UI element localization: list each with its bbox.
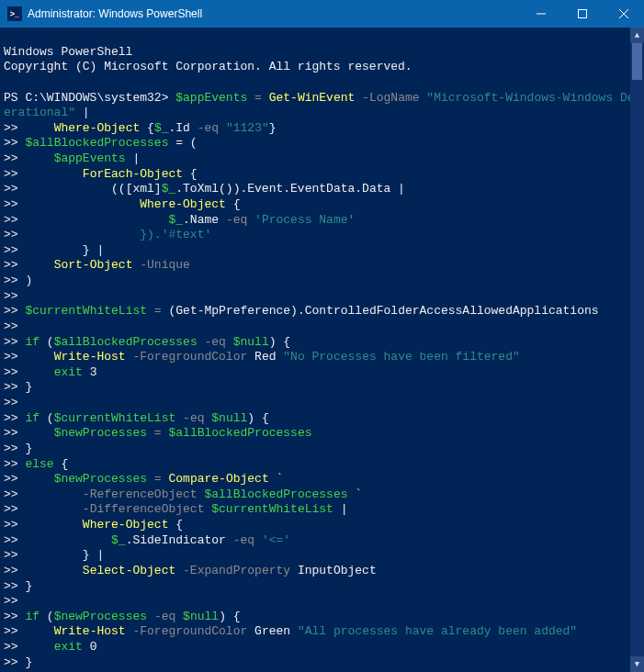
member: .ToXml()).Event.EventData.Data | <box>175 182 405 196</box>
continuation-prompt: >> <box>4 167 18 181</box>
string-literal: '<=' <box>262 533 290 547</box>
brace: } | <box>83 548 104 562</box>
expression: (Get-MpPreference) <box>168 304 297 318</box>
paren: = ( <box>175 136 197 150</box>
continuation-prompt: >> <box>4 289 18 303</box>
variable: $allBlockedProcesses <box>168 426 311 440</box>
continuation-char: ` <box>277 472 284 486</box>
operator: = <box>254 91 262 105</box>
pipe: | <box>83 106 90 119</box>
string-literal: "No Processes have been filtered" <box>283 350 519 364</box>
cmdlet: Compare-Object <box>168 472 268 486</box>
operator: -eq <box>233 533 254 547</box>
argument: InputObject <box>298 564 377 577</box>
close-button[interactable] <box>603 0 644 28</box>
continuation-prompt: >> <box>4 594 18 608</box>
variable: $currentWhiteList <box>54 411 176 425</box>
parameter: -ReferenceObject <box>83 487 198 501</box>
cmdlet: Write-Host <box>54 350 126 364</box>
prompt: PS C:\WINDOWS\system32> <box>4 91 175 105</box>
member: .ControlledFolderAccessAllowedApplicatio… <box>298 304 599 318</box>
parameter: -ExpandProperty <box>183 564 290 577</box>
operator: = <box>154 304 162 318</box>
continuation-prompt: >> <box>4 502 18 516</box>
variable: $newProcesses <box>54 426 147 440</box>
banner-line: Copyright (C) Microsoft Corporation. All… <box>4 60 412 73</box>
operator: -eq <box>183 411 204 425</box>
expression: (([xml] <box>111 182 162 196</box>
string-literal: 'Process Name' <box>254 213 355 227</box>
continuation-prompt: >> <box>4 564 18 577</box>
keyword: if <box>25 411 40 425</box>
brace: { <box>233 197 241 211</box>
scroll-up-button[interactable]: ▲ <box>630 28 644 43</box>
variable: $_ <box>168 213 183 227</box>
continuation-prompt: >> <box>4 487 18 501</box>
cmdlet: Select-Object <box>83 564 175 577</box>
keyword: if <box>25 610 40 623</box>
paren: ) <box>25 274 32 287</box>
minimize-button[interactable] <box>520 0 561 28</box>
continuation-prompt: >> <box>4 213 18 227</box>
operator: -eq <box>154 610 175 623</box>
brace: } <box>25 442 32 455</box>
continuation-prompt: >> <box>4 304 18 318</box>
cmdlet: Where-Object <box>83 518 169 532</box>
continuation-prompt: >> <box>4 579 18 593</box>
vertical-scrollbar[interactable]: ▲ ▼ <box>630 28 644 672</box>
cmdlet: ForEach-Object <box>83 167 183 181</box>
scroll-thumb[interactable] <box>632 43 642 80</box>
member: .Id <box>168 121 189 135</box>
scroll-track[interactable] <box>630 43 644 656</box>
cmdlet: Where-Object <box>54 121 141 135</box>
continuation-prompt: >> <box>4 610 18 623</box>
member: .SideIndicator <box>126 533 226 547</box>
continuation-prompt: >> <box>4 274 18 287</box>
window-title: Administrator: Windows PowerShell <box>28 7 202 20</box>
continuation-prompt: >> <box>4 243 18 257</box>
continuation-prompt: >> <box>4 396 18 409</box>
paren: ( <box>47 610 54 623</box>
keyword: else <box>25 457 53 471</box>
svg-rect-1 <box>578 10 586 18</box>
operator: = <box>154 472 162 486</box>
operator: = <box>154 426 162 440</box>
continuation-prompt: >> <box>4 365 18 379</box>
continuation-prompt: >> <box>4 533 18 547</box>
string-literal: "Microsoft-Windows-Windows Defender/Op <box>426 91 629 105</box>
brace: ) { <box>247 411 268 425</box>
continuation-prompt: >> <box>4 136 18 150</box>
number: 0 <box>90 640 97 654</box>
keyword: exit <box>54 640 83 654</box>
parameter: -DifferenceObject <box>83 502 205 516</box>
pipe: | <box>341 502 348 516</box>
maximize-button[interactable] <box>561 0 603 28</box>
variable: $newProcesses <box>54 472 147 486</box>
brace: ) { <box>269 335 290 349</box>
string-literal: erational" <box>4 106 75 119</box>
cmdlet: Sort-Object <box>54 258 133 272</box>
variable: $appEvents <box>54 151 126 165</box>
brace: { <box>61 457 68 471</box>
cmdlet: Where-Object <box>140 197 226 211</box>
keyword: if <box>25 335 40 349</box>
brace: { <box>190 167 198 181</box>
variable: $appEvents <box>175 91 247 105</box>
continuation-prompt: >> <box>4 426 18 440</box>
variable: $currentWhiteList <box>211 502 333 516</box>
continuation-prompt: >> <box>4 380 18 394</box>
brace: } | <box>83 243 104 257</box>
continuation-prompt: >> <box>4 655 18 669</box>
member: }).'#text' <box>140 228 211 241</box>
scroll-down-button[interactable]: ▼ <box>630 656 644 672</box>
variable: $_ <box>162 182 176 196</box>
variable: $null <box>211 411 247 425</box>
operator: -eq <box>198 121 219 135</box>
paren: ( <box>47 411 54 425</box>
continuation-prompt: >> <box>4 151 18 165</box>
variable: $_ <box>154 121 169 135</box>
keyword: exit <box>54 365 83 379</box>
continuation-prompt: >> <box>4 640 18 654</box>
variable: $newProcesses <box>54 610 147 623</box>
terminal-output[interactable]: Windows PowerShell Copyright (C) Microso… <box>0 28 630 672</box>
